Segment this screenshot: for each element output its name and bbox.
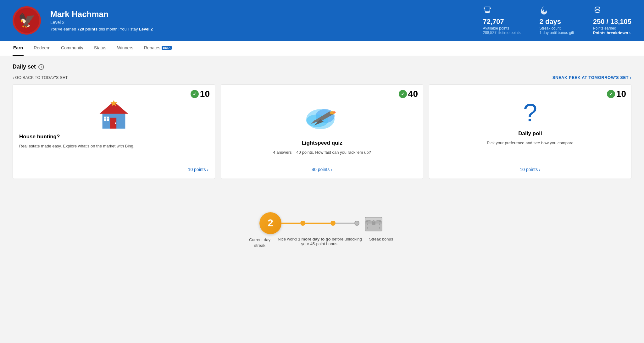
streak-icon [540,6,574,16]
nav-redeem[interactable]: Redeem [33,41,51,56]
streak-day-label: Current day streak [249,237,271,248]
card-3-score: ✓ 10 [607,89,626,99]
streak-label: Streak count [540,26,574,30]
card-2-check: ✓ [399,90,407,98]
cards-row: ✓ 10 [13,84,631,179]
user-level: Level 2 [50,20,474,25]
svg-point-7 [115,122,116,124]
avatar: 🦅 [13,6,41,35]
main-content: Daily set i ‹ GO BACK TO TODAY'S SET SNE… [0,56,644,203]
info-icon[interactable]: i [38,64,44,70]
beta-badge: BETA [162,46,172,50]
card-3-footer: 10 points › [436,162,625,172]
streak-line-1 [281,223,300,224]
card-1-image [93,97,134,129]
streak-line-2 [305,223,330,224]
nav-winners[interactable]: Winners [117,41,134,56]
lifetime-points: 288,527 lifetime points [483,30,521,35]
streak-dot-3 [354,221,359,226]
points-breakdown-link[interactable]: Points breakdown › [593,30,631,35]
card-2-link[interactable]: 40 points › [312,167,332,172]
svg-rect-22 [379,220,381,222]
back-to-today-button[interactable]: ‹ GO BACK TO TODAY'S SET [13,75,68,80]
streak-labels: Current day streak Nice work! 1 more day… [249,237,395,248]
available-points-label: Available points [483,26,521,30]
streak-value: 2 days [540,18,574,26]
nav-earn[interactable]: Earn [13,41,24,56]
streak-track: 2 [259,212,385,234]
card-2-desc: 4 answers = 40 points. How fast can you … [227,149,417,156]
card-navigation-row: ‹ GO BACK TO TODAY'S SET SNEAK PEEK AT T… [13,75,631,80]
streak-dot-2 [330,221,336,226]
points-earned-label: Points earned [593,26,631,30]
svg-point-15 [333,111,336,113]
card-2-footer: 40 points › [227,162,417,172]
card-2-image [302,100,342,135]
nav-bar: Earn Redeem Community Status Winners Reb… [0,41,644,56]
user-info: Mark Hachman Level 2 You've earned 720 p… [50,9,474,31]
card-1-score: ✓ 10 [191,89,210,99]
card-1-check: ✓ [191,90,199,98]
card-2-score: ✓ 40 [399,89,418,99]
points-earned-value: 250 / 13,105 [593,18,631,26]
stat-streak: 2 days Streak count 1 day until bonus gi… [540,6,574,35]
section-title: Daily set i [13,64,631,70]
streak-section: 2 [0,203,644,254]
nav-status[interactable]: Status [93,41,107,56]
stat-available-points: 72,707 Available points 288,527 lifetime… [483,6,521,35]
card-1-footer: 10 points › [19,162,208,172]
card-3-image: ? [523,100,537,125]
streak-day-circle: 2 [259,212,281,234]
card-2-title: Lightspeed quiz [227,140,417,146]
streak-bonus-label: Streak bonus [367,237,395,241]
card-3-title: Daily poll [436,130,625,137]
available-points-value: 72,707 [483,18,521,26]
header-stats: 72,707 Available points 288,527 lifetime… [483,6,632,35]
user-message: You've earned 720 points this month! You… [50,27,474,31]
card-lightspeed-quiz: ✓ 40 [221,84,423,179]
svg-point-25 [367,227,368,229]
streak-sub: 1 day until bonus gift [540,30,574,35]
card-3-link[interactable]: 10 points › [520,167,540,172]
svg-point-2 [595,7,600,9]
question-mark-icon: ? [523,100,537,125]
page-header: 🦅 Mark Hachman Level 2 You've earned 720… [0,0,644,41]
svg-rect-21 [366,220,368,222]
card-house-hunting: ✓ 10 [13,84,215,179]
user-name: Mark Hachman [50,9,474,19]
coins-icon [593,6,631,16]
streak-chest [363,212,385,234]
avatar-image: 🦅 [18,12,36,29]
svg-point-26 [379,227,380,229]
nav-rebates[interactable]: Rebates BETA [143,41,172,56]
card-1-title: House hunting? [19,134,208,140]
svg-point-23 [367,224,368,225]
sneak-peek-button[interactable]: SNEAK PEEK AT TOMORROW'S SET › [552,75,631,80]
nav-community[interactable]: Community [60,41,84,56]
card-1-desc: Real estate made easy. Explore what's on… [19,143,208,156]
streak-middle-label: Nice work! 1 more day to go before unloc… [276,237,364,246]
svg-point-24 [379,224,380,225]
card-1-link[interactable]: 10 points › [188,167,208,172]
stat-points-earned: 250 / 13,105 Points earned Points breakd… [593,6,631,35]
card-daily-poll: ✓ 10 ? Daily poll Pick your preference a… [429,84,631,179]
streak-line-3 [336,223,354,224]
streak-dot-1 [300,221,305,226]
trophy-icon [483,6,521,16]
card-3-check: ✓ [607,90,615,98]
card-3-desc: Pick your preference and see how you com… [436,140,625,156]
